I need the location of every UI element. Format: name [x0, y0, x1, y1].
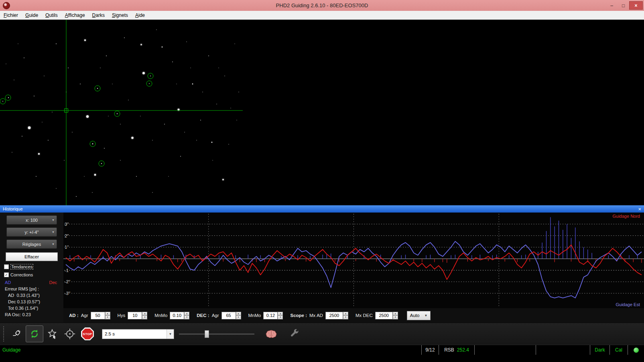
spin-up-icon[interactable]: ▲	[236, 312, 241, 316]
spin-up-icon[interactable]: ▲	[278, 312, 283, 316]
ra-aggression-spinner[interactable]: ▲▼	[91, 312, 110, 319]
corrections-label: Corrections	[10, 272, 33, 277]
auto-select-star-button[interactable]	[43, 325, 61, 342]
max-ra-spinner[interactable]: ▲▼	[325, 312, 348, 319]
svg-text:3'': 3''	[65, 222, 69, 227]
checkbox-unchecked-icon[interactable]	[4, 264, 9, 269]
dec-guide-mode-dropdown[interactable]: Auto ▼	[407, 311, 431, 320]
spin-up-icon[interactable]: ▲	[184, 312, 189, 316]
connect-equipment-button[interactable]	[8, 325, 26, 342]
x-scale-value: x: 100	[26, 218, 38, 223]
ra-minmove-input[interactable]	[170, 312, 184, 319]
svg-text:-3'': -3''	[65, 291, 70, 296]
ra-aggression-input[interactable]	[91, 312, 105, 319]
loop-arrows-icon	[29, 328, 40, 340]
spinner-arrows[interactable]: ▲▼	[142, 312, 147, 319]
status-state: Guidage	[0, 345, 421, 355]
menu-aide[interactable]: Aide	[132, 12, 148, 19]
history-panel-titlebar[interactable]: Historique ×	[0, 205, 644, 213]
usb-plug-icon	[12, 329, 22, 339]
toolbar-gripper[interactable]	[3, 326, 6, 342]
menu-affichage[interactable]: Affichage	[61, 12, 89, 19]
brain-icon	[265, 329, 277, 339]
history-graph-area: 3''2''1''-1-2''-3'' Guidage Nord Guidage…	[63, 213, 644, 323]
restore-button[interactable]: □	[618, 2, 629, 9]
trend-checkbox[interactable]: Tendances	[4, 264, 63, 270]
menu-darks[interactable]: Darks	[89, 12, 108, 19]
svg-text:-2'': -2''	[65, 279, 70, 284]
max-ra-input[interactable]	[325, 312, 343, 319]
phd2-app-icon	[3, 2, 10, 9]
hysteresis-input[interactable]	[128, 312, 142, 319]
history-panel-close-icon[interactable]: ×	[638, 207, 641, 212]
statusbar: Guidage 9/12 RSB 252.4 Dark Cal	[0, 345, 644, 355]
dec-minmove-spinner[interactable]: ▲▼	[263, 312, 283, 319]
x-scale-dropdown[interactable]: x: 100 ▼	[6, 215, 57, 225]
exposure-duration-dropdown[interactable]: 2.5 s ▼	[102, 329, 174, 339]
phd2-window: PHD2 Guiding 2.6.10 - 80ED-EOS700D – □ ×…	[0, 0, 644, 362]
spinner-arrows[interactable]: ▲▼	[105, 312, 110, 319]
spin-up-icon[interactable]: ▲	[142, 312, 147, 316]
chevron-down-icon: ▼	[424, 314, 427, 317]
spin-up-icon[interactable]: ▲	[105, 312, 110, 316]
status-cal-indicator: Cal	[609, 345, 628, 355]
dec-aggression-input[interactable]	[221, 312, 236, 319]
slider-track[interactable]	[179, 333, 254, 335]
svg-text:-1: -1	[65, 268, 69, 273]
spinner-arrows[interactable]: ▲▼	[184, 312, 189, 319]
camera-settings-button[interactable]	[286, 325, 303, 342]
stop-sign-text: STOP	[82, 329, 93, 340]
spin-down-icon[interactable]: ▼	[343, 315, 348, 319]
guiding-graph: 3''2''1''-1-2''-3'' Guidage Nord Guidage…	[63, 213, 644, 308]
begin-guiding-button[interactable]	[61, 325, 79, 342]
history-graph-panel: Historique × x: 100 ▼ y: +/-4'' ▼ Réglag…	[0, 205, 644, 323]
spin-down-icon[interactable]: ▼	[105, 315, 110, 319]
titlebar: PHD2 Guiding 2.6.10 - 80ED-EOS700D – □ ×	[0, 0, 644, 11]
settings-dropdown[interactable]: Réglages ▼	[6, 239, 57, 249]
corrections-checkbox[interactable]: ✓ Corrections	[4, 272, 63, 277]
spinner-arrows[interactable]: ▲▼	[236, 312, 241, 319]
spin-down-icon[interactable]: ▼	[142, 315, 147, 319]
hysteresis-label: Hys	[118, 313, 126, 318]
star-select-icon	[47, 328, 58, 340]
dec-minmove-input[interactable]	[263, 312, 278, 319]
spin-up-icon[interactable]: ▲	[343, 312, 348, 316]
guide-parameters-bar: AD : Agr ▲▼ Hys ▲▼ MnMo ▲▼	[63, 308, 644, 323]
loop-exposures-button[interactable]	[26, 325, 43, 342]
max-dec-spinner[interactable]: ▲▼	[375, 312, 398, 319]
guide-camera-image[interactable]	[0, 20, 243, 205]
wrench-icon	[289, 329, 300, 339]
slider-thumb[interactable]	[205, 330, 209, 338]
close-button[interactable]: ×	[629, 1, 643, 10]
menu-guide[interactable]: Guide	[22, 12, 42, 19]
minimize-button[interactable]: –	[606, 2, 618, 9]
menu-outils[interactable]: Outils	[42, 12, 61, 19]
stop-button[interactable]: STOP	[79, 325, 96, 342]
y-scale-value: y: +/-4''	[24, 230, 39, 235]
svg-text:1'': 1''	[65, 245, 69, 250]
checkbox-checked-icon[interactable]: ✓	[4, 272, 9, 277]
menu-signets[interactable]: Signets	[108, 12, 132, 19]
stop-sign-icon: STOP	[81, 327, 94, 340]
hysteresis-spinner[interactable]: ▲▼	[128, 312, 147, 319]
spinner-arrows[interactable]: ▲▼	[278, 312, 283, 319]
green-status-dot-icon	[634, 348, 639, 353]
screen-stretch-slider[interactable]	[179, 329, 254, 339]
spinner-arrows[interactable]: ▲▼	[343, 312, 348, 319]
max-dec-input[interactable]	[375, 312, 393, 319]
spin-up-icon[interactable]: ▲	[393, 312, 398, 316]
spin-down-icon[interactable]: ▼	[184, 315, 189, 319]
spinner-arrows[interactable]: ▲▼	[393, 312, 398, 319]
ra-minmove-spinner[interactable]: ▲▼	[170, 312, 189, 319]
spin-down-icon[interactable]: ▼	[393, 315, 398, 319]
dec-aggression-spinner[interactable]: ▲▼	[221, 312, 241, 319]
advanced-settings-button[interactable]	[262, 325, 280, 342]
menu-fichier[interactable]: Fichier	[0, 12, 22, 19]
spin-down-icon[interactable]: ▼	[236, 315, 241, 319]
y-scale-dropdown[interactable]: y: +/-4'' ▼	[6, 227, 57, 237]
ra-legend-label: AD	[5, 280, 11, 285]
bottom-filler	[0, 355, 644, 362]
clear-button[interactable]: Effacer	[6, 252, 58, 261]
dec-minmove-label: MnMo	[248, 313, 261, 318]
spin-down-icon[interactable]: ▼	[278, 315, 283, 319]
